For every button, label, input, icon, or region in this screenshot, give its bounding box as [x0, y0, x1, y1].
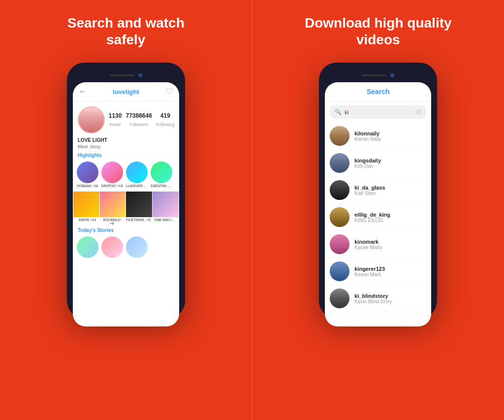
following-label: Following [156, 122, 175, 127]
list-item[interactable]: kingerer123 Keanu Mark [325, 258, 431, 285]
followers-stat: 77386646 Followers [126, 112, 152, 128]
search-query-text[interactable]: ki [345, 109, 413, 115]
posts-count: 1130 [109, 112, 122, 119]
profile-header: ← lovelight ♡ [73, 82, 179, 101]
phone-screen-right: Search 🔍 ki ⓧ kilonnaily Kieran Naily [325, 82, 431, 326]
result-avatar-3 [330, 180, 349, 200]
highlight-4[interactable]: SSENTIW...+21 [151, 162, 172, 188]
grid-label-2: ROUMALG +8 [101, 218, 123, 225]
left-phone-mockup: ← lovelight ♡ 1130 Posts 77386646 [67, 63, 185, 319]
left-panel-title: Search and watch safely [52, 15, 200, 48]
back-icon[interactable]: ← [79, 87, 87, 96]
result-info-2: kingsdaily Kirk Dan [354, 158, 426, 169]
grid-label-3: TICETNOM...+5 [126, 218, 151, 225]
search-page-title: Search [367, 88, 390, 96]
search-clear-icon[interactable]: ⓧ [416, 108, 421, 116]
right-panel-title: Download high quality videos [304, 15, 452, 48]
profile-username: lovelight [113, 88, 139, 96]
highlight-1[interactable]: OOBAAK +18 [77, 162, 98, 188]
result-avatar-6 [330, 261, 349, 281]
list-item[interactable]: eillig_de_king KING EILLIG [325, 204, 431, 231]
list-item[interactable]: ki_da_glass Karl Stew [325, 177, 431, 204]
result-info-6: kingerer123 Keanu Mark [354, 266, 426, 277]
grid-labels-row1: EMOR +14 ROUMALG +8 TICETNOM...+5 ONE AN… [73, 217, 179, 226]
profile-avatar [78, 106, 105, 133]
profile-info: 1130 Posts 77386646 Followers 419 Follow… [73, 101, 179, 136]
result-username-6: kingerer123 [354, 266, 426, 272]
result-avatar-7 [330, 289, 349, 308]
result-username-5: kinomark [354, 239, 426, 245]
highlight-3[interactable]: LLIASVER...+13 [126, 162, 148, 188]
grid-label-1: EMOR +14 [77, 218, 98, 225]
highlight-label-4: SSENTIW...+21 [151, 184, 172, 188]
profile-bio: Blind. Story. [73, 144, 179, 151]
result-displayname-4: KING EILLIG [354, 218, 426, 223]
phone-speaker-left [110, 74, 134, 76]
grid-item-4 [153, 192, 179, 217]
result-username-3: ki_da_glass [354, 185, 426, 191]
story-3[interactable] [126, 236, 148, 258]
result-username-7: ki_blindstory [354, 293, 426, 299]
following-stat: 419 Following [156, 112, 175, 128]
highlight-2[interactable]: DROFXO +13 [101, 162, 123, 188]
phone-camera-left [138, 73, 142, 77]
right-panel: Download high quality videos Search 🔍 ki… [252, 0, 504, 420]
profile-stats: 1130 Posts 77386646 Followers 419 Follow… [109, 106, 175, 133]
phone-camera-right [390, 73, 394, 77]
result-username-2: kingsdaily [354, 158, 426, 163]
story-1[interactable] [77, 236, 98, 258]
search-header: Search [325, 82, 431, 101]
phone-speaker-right [362, 74, 386, 76]
grid-item-3 [126, 192, 152, 217]
phone-screen-left: ← lovelight ♡ 1130 Posts 77386646 [73, 82, 179, 326]
left-panel: Search and watch safely ← lovelight ♡ [0, 0, 252, 420]
grid-item-2 [100, 192, 126, 217]
story-2[interactable] [101, 236, 123, 258]
result-displayname-2: Kirk Dan [354, 163, 426, 169]
highlights-label[interactable]: Highlights [73, 151, 179, 160]
story-circle-2 [101, 236, 123, 258]
highlight-circle-4 [151, 162, 172, 183]
result-avatar-5 [330, 234, 349, 254]
result-displayname-7: Kevin Blind Story [354, 299, 426, 304]
highlight-circle-3 [126, 162, 148, 183]
highlight-label-2: DROFXO +13 [101, 184, 123, 188]
result-avatar-4 [330, 207, 349, 227]
list-item[interactable]: kingsdaily Kirk Dan [325, 150, 431, 177]
result-displayname-1: Kieran Naily [354, 136, 426, 142]
stories-label[interactable]: Today's Stories [73, 226, 179, 234]
posts-stat: 1130 Posts [109, 112, 122, 128]
highlight-label-1: OOBAAK +18 [77, 184, 98, 188]
result-username-4: eillig_de_king [354, 212, 426, 218]
result-info-4: eillig_de_king KING EILLIG [354, 212, 426, 223]
profile-name: LOVE LIGHT [73, 136, 179, 144]
list-item[interactable]: ki_blindstory Kevin Blind Story [325, 285, 431, 312]
result-info-7: ki_blindstory Kevin Blind Story [354, 293, 426, 304]
result-info-5: kinomark Kacee Mario [354, 239, 426, 250]
result-info-3: ki_da_glass Karl Stew [354, 185, 426, 196]
phone-top-bar-left [73, 68, 179, 82]
result-avatar-1 [330, 126, 349, 146]
posts-label: Posts [110, 122, 121, 127]
grid-label-4: ONE AND I... [154, 218, 175, 225]
grid-item-1 [73, 192, 99, 217]
story-circle-3 [126, 236, 148, 258]
grid-row-1 [73, 192, 179, 217]
heart-icon[interactable]: ♡ [165, 86, 173, 97]
followers-label: Followers [129, 122, 149, 127]
highlight-circle-1 [77, 162, 98, 183]
followers-count: 77386646 [126, 112, 152, 119]
stories-row [73, 234, 179, 260]
list-item[interactable]: kinomark Kacee Mario [325, 231, 431, 258]
highlights-row-1: OOBAAK +18 DROFXO +13 LLIASVER...+13 SSE… [73, 160, 179, 190]
story-circle-1 [77, 236, 98, 258]
search-results-list: kilonnaily Kieran Naily kingsdaily Kirk … [325, 123, 431, 326]
result-displayname-6: Keanu Mark [354, 272, 426, 277]
right-phone-mockup: Search 🔍 ki ⓧ kilonnaily Kieran Naily [319, 63, 437, 319]
search-bar[interactable]: 🔍 ki ⓧ [330, 105, 426, 119]
result-avatar-2 [330, 153, 349, 173]
list-item[interactable]: kilonnaily Kieran Naily [325, 123, 431, 150]
phone-top-bar-right [325, 68, 431, 82]
result-displayname-3: Karl Stew [354, 191, 426, 196]
result-displayname-5: Kacee Mario [354, 245, 426, 250]
